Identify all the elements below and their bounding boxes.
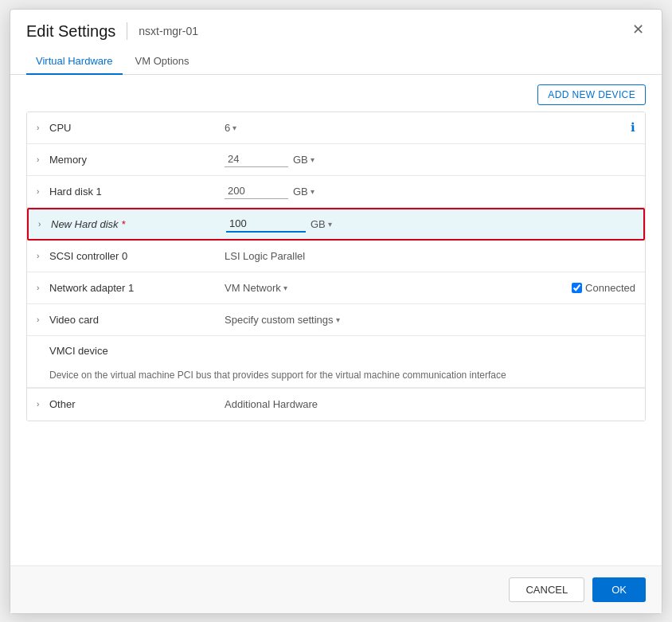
other-value-text: Additional Hardware [225,398,318,410]
new-hard-disk-unit-chevron-icon: ▾ [328,220,332,229]
other-label: Other [49,398,225,410]
ok-button[interactable]: OK [592,577,646,602]
vmci-description: Device on the virtual machine PCI bus th… [27,366,645,388]
vmci-section: VMCI device Device on the virtual machin… [27,336,645,389]
video-expand-icon[interactable]: › [37,315,49,324]
scsi-label: SCSI controller 0 [49,250,225,262]
cpu-label: CPU [49,122,225,134]
hard-disk-1-unit-select[interactable]: GB ▾ [293,186,315,198]
memory-row: › Memory GB ▾ [27,144,645,176]
edit-settings-dialog: Edit Settings nsxt-mgr-01 ✕ Virtual Hard… [10,9,662,614]
hard-disk-1-row: › Hard disk 1 GB ▾ [27,176,645,208]
video-chevron-icon: ▾ [336,315,340,324]
memory-unit-text: GB [293,154,308,166]
memory-unit-chevron-icon: ▾ [311,155,315,164]
new-hard-disk-label: New Hard disk * [51,218,226,230]
network-extra: Connected [572,282,635,294]
video-value-text: Specify custom settings [225,314,334,326]
video-label: Video card [49,314,225,326]
settings-table: › CPU 6 ▾ ℹ › Memory [26,111,646,421]
scsi-value: LSI Logic Parallel [225,250,635,262]
cpu-select[interactable]: 6 ▾ [225,122,236,134]
network-adapter-row: › Network adapter 1 VM Network ▾ Connect… [27,272,645,304]
add-new-device-button[interactable]: ADD NEW DEVICE [537,84,646,105]
vmci-title: VMCI device [49,345,108,357]
cpu-value: 6 ▾ [225,122,631,134]
other-expand-icon[interactable]: › [37,400,49,409]
new-hard-disk-expand-icon[interactable]: › [38,220,51,229]
cpu-value-text: 6 [225,122,230,134]
memory-value: GB ▾ [225,151,635,167]
hard-disk-1-label: Hard disk 1 [49,186,225,198]
network-label: Network adapter 1 [49,282,225,294]
cancel-button[interactable]: CANCEL [509,577,584,602]
other-value: Additional Hardware [225,398,635,410]
dialog-subtitle: nsxt-mgr-01 [139,25,198,37]
header-separator [127,22,127,40]
new-hard-disk-unit-select[interactable]: GB ▾ [311,218,332,230]
cpu-row: › CPU 6 ▾ ℹ [27,112,645,144]
cpu-expand-icon[interactable]: › [37,123,49,132]
scsi-expand-icon[interactable]: › [37,252,49,260]
memory-expand-icon[interactable]: › [37,155,49,164]
dialog-header: Edit Settings nsxt-mgr-01 ✕ [10,10,662,41]
connected-label-text: Connected [585,282,635,294]
new-hard-disk-unit-text: GB [311,218,326,230]
network-select[interactable]: VM Network ▾ [225,282,287,294]
network-expand-icon[interactable]: › [37,284,49,292]
dialog-title: Edit Settings [26,22,115,41]
connected-checkbox-label[interactable]: Connected [572,282,635,294]
video-value: Specify custom settings ▾ [225,314,635,326]
network-chevron-icon: ▾ [283,284,287,292]
dialog-footer: CANCEL OK [10,565,662,613]
toolbar: ADD NEW DEVICE [26,84,646,105]
hard-disk-1-unit-chevron-icon: ▾ [311,187,315,196]
hard-disk-1-expand-icon[interactable]: › [37,187,49,196]
new-hard-disk-row: › New Hard disk * GB ▾ [27,208,645,241]
close-button[interactable]: ✕ [627,21,649,38]
hard-disk-1-input[interactable] [225,183,288,199]
new-hard-disk-value: GB ▾ [226,216,634,233]
network-value-text: VM Network [225,282,281,294]
scsi-controller-row: › SCSI controller 0 LSI Logic Parallel [27,241,645,272]
cpu-extra: ℹ [631,120,635,135]
hard-disk-1-unit-text: GB [293,186,308,198]
video-select[interactable]: Specify custom settings ▾ [225,314,340,326]
cpu-chevron-icon: ▾ [232,123,236,132]
dialog-body: ADD NEW DEVICE › CPU 6 ▾ ℹ › [10,75,662,565]
memory-unit-select[interactable]: GB ▾ [293,154,315,166]
vmci-header-row: VMCI device [27,336,645,366]
tab-bar: Virtual Hardware VM Options [10,49,662,75]
other-row: › Other Additional Hardware [27,389,645,421]
scsi-value-text: LSI Logic Parallel [225,250,305,262]
memory-label: Memory [49,154,225,166]
tab-vm-options[interactable]: VM Options [126,49,199,75]
network-value: VM Network ▾ [225,282,572,294]
memory-input[interactable] [225,151,288,167]
tab-virtual-hardware[interactable]: Virtual Hardware [26,49,123,75]
hard-disk-1-value: GB ▾ [225,183,635,199]
required-star: * [119,218,126,230]
connected-checkbox[interactable] [572,283,582,293]
cpu-info-icon[interactable]: ℹ [631,120,635,135]
new-hard-disk-input[interactable] [226,216,306,233]
video-card-row: › Video card Specify custom settings ▾ [27,304,645,336]
